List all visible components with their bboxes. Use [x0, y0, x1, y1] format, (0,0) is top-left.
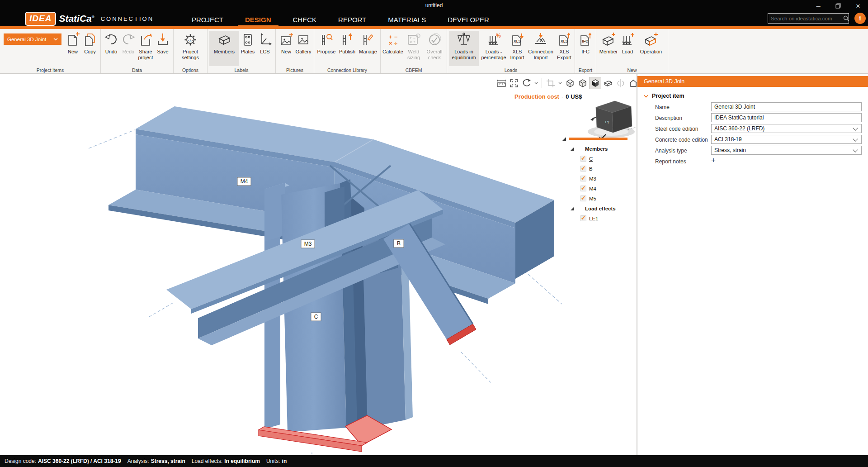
tree-item-le1[interactable]: LE1: [580, 214, 635, 222]
search-box[interactable]: [768, 13, 849, 24]
chevron-down-icon[interactable]: [533, 77, 539, 89]
viewport-3d[interactable]: M4 M3 B C Production cost-0 US$ +Y Y: [0, 74, 637, 455]
tree-item-m4[interactable]: M4: [580, 185, 635, 192]
ribbon-copy-button[interactable]: Copy: [81, 31, 99, 66]
ribbon-group-caption: New: [596, 67, 668, 73]
chevron-down-icon: [53, 38, 58, 41]
ribbon-item-label: Propose: [317, 49, 336, 55]
ribbon-members-button[interactable]: Members: [209, 31, 239, 66]
ribbon-publish-button[interactable]: Publish: [337, 31, 358, 66]
share-icon: [138, 32, 153, 48]
doc-new-icon: [65, 32, 80, 48]
ribbon-item-label: Copy: [84, 49, 96, 55]
tree-item-b[interactable]: B: [580, 165, 635, 172]
checkbox-checked-icon[interactable]: [580, 186, 586, 191]
undo-icon: [104, 32, 119, 48]
tab-project[interactable]: PROJECT: [181, 12, 234, 27]
select-concrete-code-edition[interactable]: ACI 318-19: [711, 135, 862, 144]
ribbon-gallery-button[interactable]: Gallery: [295, 31, 312, 66]
ribbon-item-label: Load: [622, 49, 633, 55]
statusbar: Design code:AISC 360-22 (LRFD) / ACI 318…: [0, 455, 868, 467]
ribbon-lcs-button[interactable]: LCS: [256, 31, 274, 66]
add-report-note-button[interactable]: +: [711, 156, 716, 165]
ribbon-item-label: Project settings: [175, 49, 205, 60]
chevron-down-icon[interactable]: [557, 77, 563, 89]
ribbon-connection-import-button[interactable]: Connection Import: [526, 31, 556, 66]
checkbox-checked-icon[interactable]: [580, 176, 586, 181]
zoom-fit-icon[interactable]: [508, 77, 519, 89]
accent-divider: [0, 26, 868, 29]
ribbon-item-label: Plates: [241, 49, 255, 55]
minimize-icon[interactable]: ─: [808, 0, 828, 12]
checkbox-checked-icon[interactable]: [580, 215, 586, 221]
ribbon-loads-percentage-button[interactable]: %Loads - percentage: [479, 31, 509, 66]
ribbon-propose-button[interactable]: Propose: [316, 31, 337, 66]
ribbon-item-label: XLS Export: [556, 49, 573, 60]
tab-check[interactable]: CHECK: [282, 12, 328, 27]
select-analysis-type[interactable]: Stress, strain: [711, 146, 862, 155]
rotate-view-icon[interactable]: [521, 77, 532, 89]
ribbon-item-label: Save: [157, 49, 168, 55]
tree-group-members[interactable]: Members: [562, 145, 635, 152]
measure-icon[interactable]: [495, 77, 507, 89]
ribbon-new-button[interactable]: New: [278, 31, 295, 66]
checkbox-checked-icon[interactable]: [580, 156, 586, 162]
property-row-concrete-code-edition: Concrete code editionACI 318-19: [637, 135, 868, 146]
close-icon[interactable]: ✕: [848, 0, 868, 12]
ribbon-item-label: Overall check: [424, 49, 445, 60]
project-item-dropdown[interactable]: General 3D Joint: [4, 33, 61, 45]
tree-item-m3[interactable]: M3: [580, 175, 635, 182]
section-view-icon[interactable]: [602, 77, 613, 89]
tree-item-m5[interactable]: M5: [580, 195, 635, 202]
restore-icon[interactable]: [828, 0, 848, 12]
steel-joint-scene: M4 M3 B C: [68, 74, 633, 455]
label-m3: M3: [301, 240, 315, 248]
model-tree: MembersCBM3M4M5Load effectsLE1: [562, 135, 635, 224]
ribbon-load-button[interactable]: Load: [619, 31, 636, 66]
checkbox-checked-icon[interactable]: [580, 195, 586, 201]
tree-group-load-effects[interactable]: Load effects: [562, 205, 635, 212]
checkbox-checked-icon[interactable]: [580, 166, 586, 172]
tab-design[interactable]: DESIGN: [234, 12, 282, 27]
input-name[interactable]: General 3D Joint: [711, 102, 862, 111]
ribbon-new-button[interactable]: New: [64, 31, 81, 66]
svg-text:÷: ÷: [394, 40, 397, 47]
app-header: IDEA StatiCa® CONNECTION PROJECTDESIGNCH…: [0, 12, 868, 27]
wireframe-view-icon[interactable]: [564, 77, 576, 89]
ribbon-save-button[interactable]: Save: [154, 31, 171, 66]
ribbon-loads-in-equilibrium-button[interactable]: Loads in equilibrium: [449, 31, 479, 66]
home-view-icon[interactable]: [627, 77, 637, 89]
tree-item-c[interactable]: C: [580, 155, 635, 162]
tab-developer[interactable]: DEVELOPER: [437, 12, 500, 27]
ribbon-manage-button[interactable]: Manage: [358, 31, 378, 66]
tab-materials[interactable]: MATERIALS: [377, 12, 437, 27]
svg-text:XLS: XLS: [561, 39, 568, 43]
doc-copy-icon: [82, 32, 98, 48]
mirror-view-icon: [615, 77, 626, 89]
search-input[interactable]: [768, 16, 843, 21]
ribbon-operation-button[interactable]: Operation: [636, 31, 666, 66]
ribbon-xls-import-button[interactable]: XLSXLS Import: [509, 31, 526, 66]
status-units: Units:in: [266, 458, 287, 464]
ribbon-share-project-button[interactable]: Share project: [137, 31, 154, 66]
input-description[interactable]: IDEA StatiCa tutorial: [711, 113, 862, 122]
select-steel-code-edition[interactable]: AISC 360-22 (LRFD): [711, 124, 862, 133]
solid-view-icon[interactable]: [590, 77, 601, 89]
tree-root-general-3d-joint[interactable]: [562, 135, 635, 143]
info-icon[interactable]: i: [854, 13, 866, 24]
tab-report[interactable]: REPORT: [327, 12, 377, 27]
navigation-cube[interactable]: +Y Y: [583, 97, 637, 140]
ribbon-project-settings-button[interactable]: </>Project settings: [175, 31, 205, 66]
ribbon-member-button[interactable]: Member: [598, 31, 619, 66]
property-label: Concrete code edition: [655, 137, 708, 143]
shaded-edges-view-icon[interactable]: [577, 77, 588, 89]
gear-icon: </>: [183, 32, 198, 48]
search-icon[interactable]: [843, 15, 849, 21]
section-project-item[interactable]: Project item: [644, 93, 684, 99]
ribbon-xls-export-button[interactable]: XLSXLS Export: [556, 31, 573, 66]
ribbon-calculate-button[interactable]: +−×÷Calculate: [382, 31, 403, 66]
label-c: C: [311, 313, 321, 321]
ribbon-plates-button[interactable]: Plates: [239, 31, 256, 66]
ribbon-undo-button[interactable]: Undo: [103, 31, 120, 66]
ribbon-ifc-button[interactable]: IFCIFC: [577, 31, 594, 66]
